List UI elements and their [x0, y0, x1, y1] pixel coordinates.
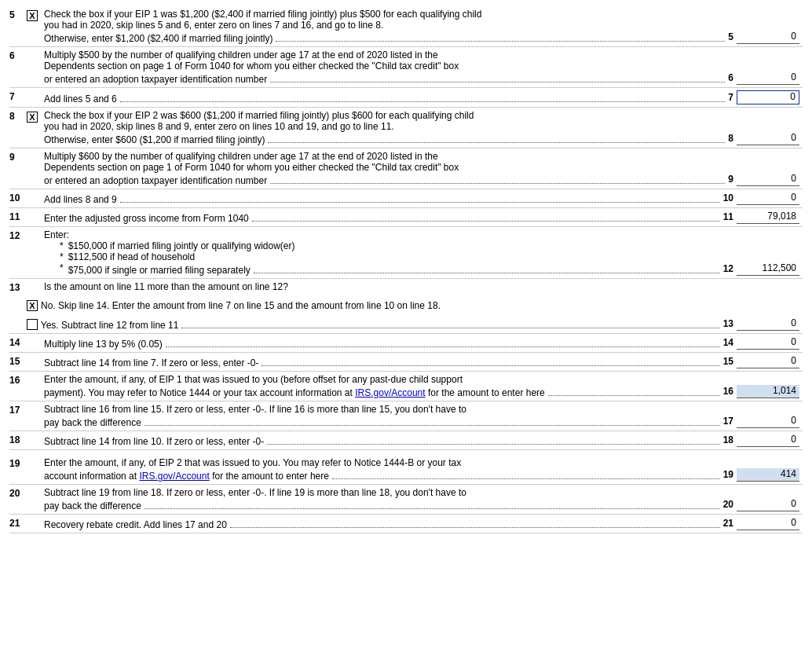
bullet-star-3: * [60, 262, 64, 276]
line-15-num: 15 [9, 355, 27, 367]
field-value-9: 0 [737, 173, 799, 186]
line-9-num: 9 [9, 151, 27, 163]
line-8-content: Check the box if your EIP 2 was $600 ($1… [44, 110, 803, 145]
field-label-5: 5 [728, 31, 737, 44]
field-label-17: 17 [723, 416, 737, 428]
field-value-14: 0 [737, 336, 799, 350]
field-value-6: 0 [737, 71, 799, 85]
line-9-cb-area [27, 151, 44, 152]
field-label-19: 19 [723, 469, 737, 482]
field-value-15: 0 [737, 355, 799, 368]
line-7-num: 7 [9, 90, 27, 102]
line-16-content: Enter the amount, if any, of EIP 1 that … [44, 374, 803, 398]
field-value-18: 0 [737, 434, 799, 447]
bullet-star-1: * [60, 240, 64, 251]
line-13-no-checkbox: X No. Skip line 14. Enter the amount fro… [27, 300, 799, 311]
line-18-row-inline: Subtract line 14 from line 10. If zero o… [44, 434, 799, 447]
line-5-last-row: Otherwise, enter $1,200 ($2,400 if marri… [44, 31, 799, 44]
line-21-text: Recovery rebate credit. Add lines 17 and… [44, 519, 227, 530]
line-14-cb-area [27, 336, 44, 338]
field-label-12: 12 [723, 263, 737, 276]
field-label-14: 14 [723, 337, 737, 350]
line-13-no-content: X No. Skip line 14. Enter the amount fro… [27, 299, 803, 311]
line-10-content: Add lines 8 and 9100 [44, 192, 803, 205]
line-21-content: Recovery rebate credit. Add lines 17 and… [44, 517, 803, 530]
dotted-9 [270, 183, 725, 184]
line-16-num: 16 [9, 374, 27, 386]
line-10-num: 10 [9, 192, 27, 203]
line-18-cb-area [27, 434, 44, 435]
line-19-link[interactable]: IRS.gov/Account [139, 471, 209, 482]
field-value-17: 0 [737, 415, 799, 428]
bullet-text-2: $112,500 if head of household [68, 251, 195, 262]
line-17-num: 17 [9, 404, 27, 416]
line-12-label: Enter: [44, 229, 799, 240]
line-10-last-row: Add lines 8 and 9100 [44, 192, 799, 205]
line-14-num: 14 [9, 336, 27, 348]
line-20-text-0: Subtract line 19 from line 18. If zero o… [44, 487, 799, 498]
line-14-row-inline: Multiply line 13 by 5% (0.05) 14 0 [44, 336, 799, 350]
line-13-no-spacer [9, 299, 27, 299]
line-13-num: 13 [9, 281, 27, 293]
dotted-18 [267, 444, 720, 445]
field-label-15: 15 [723, 356, 737, 368]
line-6-content: Multiply $500 by the number of qualifyin… [44, 49, 803, 85]
bullet-2: * $112,500 if head of household [60, 251, 799, 262]
line-13-yes-spacer [9, 316, 27, 317]
line-7-row: 7Add lines 5 and 670 [9, 88, 803, 108]
line-18-num: 18 [9, 434, 27, 445]
line-20-num: 20 [9, 487, 27, 499]
bullet-star-2: * [60, 251, 64, 262]
line-6-text-0: Multiply $500 by the number of qualifyin… [44, 49, 799, 60]
field-value-19: 414 [737, 468, 799, 482]
dotted-6 [270, 82, 725, 82]
line-12-num: 12 [9, 229, 27, 241]
no-checkbox-box: X [27, 300, 38, 311]
bullet-text-1: $150,000 if married filing jointly or qu… [68, 240, 295, 251]
line-13-yes-checkbox: Yes. Subtract line 12 from line 11 13 0 [27, 317, 799, 331]
bullet-text-3: $75,000 if single or married filing sepa… [68, 265, 251, 276]
field-value-21: 0 [737, 517, 799, 530]
line-16-text-1: Enter the amount, if any, of EIP 1 that … [44, 374, 799, 385]
line-17-row: 17 Subtract line 16 from line 15. If zer… [9, 401, 803, 431]
line-16-link[interactable]: IRS.gov/Account [355, 387, 425, 398]
line-16-row: 16 Enter the amount, if any, of EIP 1 th… [9, 372, 803, 401]
line-19-content: Enter the amount, if any, of EIP 2 that … [44, 457, 803, 482]
line-9-text-0: Multiply $600 by the number of qualifyin… [44, 151, 799, 162]
bullet-3-row: $75,000 if single or married filing sepa… [68, 262, 799, 276]
line-9-text-1: Dependents section on page 1 of Form 104… [44, 162, 799, 173]
line-8-last-text: Otherwise, enter $600 ($1,200 if married… [44, 134, 265, 145]
line-12-content: Enter: * $150,000 if married filing join… [44, 229, 803, 276]
line-17-text-1: pay back the difference [44, 417, 141, 428]
dotted-11 [252, 221, 720, 222]
dotted-17 [144, 425, 720, 426]
line-13-no-text: No. Skip line 14. Enter the amount from … [41, 300, 441, 311]
dotted-10 [120, 202, 720, 203]
line-8-num: 8 [9, 110, 27, 122]
field-value-11: 79,018 [737, 211, 799, 224]
line-8-row: 8XCheck the box if your EIP 2 was $600 (… [9, 108, 803, 148]
line-16-cb-area [27, 374, 44, 376]
line-18-row: 18 Subtract line 14 from line 10. If zer… [9, 431, 803, 450]
form-container: 5XCheck the box if your EIP 1 was $1,200… [0, 0, 812, 540]
line-13-checkbox-area [27, 281, 44, 283]
line-13-yes-row-inline: Yes. Subtract line 12 from line 11 13 0 [41, 317, 799, 331]
line-5-cb-area: X [27, 9, 44, 21]
line-7-last-text: Add lines 5 and 6 [44, 93, 117, 104]
line-17-content: Subtract line 16 from line 15. If zero o… [44, 404, 803, 428]
line-20-row: 20 Subtract line 19 from line 18. If zer… [9, 485, 803, 515]
line-8-cb-area: X [27, 110, 44, 123]
line-18-content: Subtract line 14 from line 10. If zero o… [44, 434, 803, 447]
line-6-row: 6Multiply $500 by the number of qualifyi… [9, 47, 803, 88]
line-21-num: 21 [9, 517, 27, 529]
line-12-checkbox-area [27, 229, 44, 231]
dotted-20 [144, 508, 720, 509]
line-17-row-inline: pay back the difference 17 0 [44, 415, 799, 428]
line-11-content: Enter the adjusted gross income from For… [44, 211, 803, 224]
field-value-5: 0 [737, 31, 799, 44]
field-label-13: 13 [723, 318, 737, 331]
line-10-row: 10Add lines 8 and 9100 [9, 189, 803, 208]
line-13-yes-content: Yes. Subtract line 12 from line 11 13 0 [27, 316, 803, 331]
field-value-10: 0 [737, 192, 799, 205]
line-13-yes-row: Yes. Subtract line 12 from line 11 13 0 [9, 313, 803, 334]
